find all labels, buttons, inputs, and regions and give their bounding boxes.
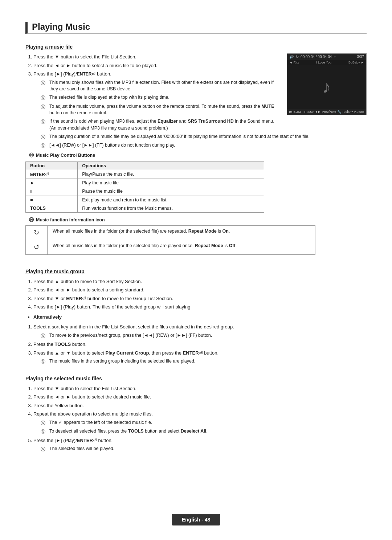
section1-title: Playing a music file: [25, 44, 367, 50]
table-row: ► Play the music file: [26, 179, 264, 187]
note3-text: To adjust the music volume, press the vo…: [49, 103, 280, 117]
ctrl-table-header-icon: Ⓝ: [29, 152, 34, 159]
ctrl-btn-pause: Ⅱ: [26, 187, 78, 196]
info-icon-repeat-on: ↻: [26, 225, 48, 240]
music-note-icon: ♪: [322, 77, 331, 97]
ctrl-col-operations: Operations: [78, 161, 264, 170]
ss-topbar-right: 3/37: [357, 55, 364, 59]
table-row: ENTER⏎ Play/Pause the music file.: [26, 170, 264, 179]
step3-note1-text: The ✓ appears to the left of the selecte…: [49, 419, 367, 426]
ctrl-btn-play: ►: [26, 179, 78, 187]
step3-5: Press the [►] (Play)/ENTER⏎ button. Ⓝ Th…: [33, 437, 367, 453]
table-row: ■ Exit play mode and return to the music…: [26, 196, 264, 204]
info-table-header: Ⓝ Music function information icon: [29, 217, 367, 223]
note6-text: [◄◄] (REW) or [►►] (FF) buttons do not f…: [49, 142, 367, 149]
step3-4: Repeat the above operation to select mul…: [33, 410, 367, 435]
note5-text: The playing duration of a music file may…: [49, 133, 367, 140]
section2-steps: Press the ▲ button to move to the Sort k…: [33, 278, 367, 311]
note4-text: If the sound is odd when playing MP3 fil…: [49, 118, 280, 132]
step2-4: Press the [►] (Play) button. The files o…: [33, 303, 367, 311]
step2-1: Press the ▲ button to move to the Sort k…: [33, 278, 367, 285]
step3-note-icon-2: Ⓝ: [41, 428, 47, 435]
ss-nav-right: BoBaby ►: [348, 61, 364, 64]
alt-note-icon-1: Ⓝ: [41, 332, 47, 340]
alternatively-label: Alternatively: [33, 314, 367, 321]
step3-2: Press the ◄ or ► button to select the de…: [33, 393, 367, 401]
step3-note3-text: The selected files will be played.: [49, 445, 367, 452]
alt-note1-text: To move to the previous/next group, pres…: [49, 332, 367, 339]
table-row: TOOLS Run various functions from the Mus…: [26, 204, 264, 212]
ss-topbar-left: 🔊 ↻ 00:00:04 / 00:04:04 +: [289, 55, 336, 59]
step3-note-icon-1: Ⓝ: [41, 420, 47, 427]
info-text-repeat-on: When all music files in the folder (or t…: [48, 225, 315, 240]
ctrl-op-play: Play the music file: [78, 179, 264, 187]
ctrl-btn-stop: ■: [26, 196, 78, 204]
step3-3: Press the Yellow button.: [33, 402, 367, 409]
ss-nav-center: I Love You: [316, 61, 331, 64]
note-icon-4: Ⓝ: [41, 118, 47, 126]
table-row: ↻ When all music files in the folder (or…: [26, 225, 315, 240]
alt-note-icon-2: Ⓝ: [41, 358, 47, 365]
table-row: ↺ When all music files in the folder (or…: [26, 240, 315, 254]
ctrl-btn-enter: ENTER⏎: [26, 170, 78, 179]
ctrl-table: Button Operations ENTER⏎ Play/Pause the …: [25, 161, 264, 213]
note-icon-5: Ⓝ: [41, 134, 47, 141]
section-playing-selected-files: Playing the selected music files Press t…: [25, 376, 367, 453]
info-table-header-icon: Ⓝ: [29, 217, 34, 223]
alt-note2-text: The music files in the sorting group inc…: [49, 358, 367, 365]
section2-title: Playing the music group: [25, 269, 367, 274]
ctrl-op-pause: Pause the music file: [78, 187, 264, 196]
info-text-repeat-off: When all music files in the folder (or t…: [48, 240, 315, 254]
ctrl-col-button: Button: [26, 161, 78, 170]
step3-note2-text: To deselect all selected files, press th…: [49, 428, 367, 435]
ctrl-op-stop: Exit play mode and return to the music l…: [78, 196, 264, 204]
note1-text: This menu only shows files with the MP3 …: [49, 79, 280, 93]
ctrl-btn-tools: TOOLS: [26, 204, 78, 212]
alt-step1: Select a sort key and then in the File L…: [33, 323, 367, 339]
info-icon-repeat-off: ↺: [26, 240, 48, 254]
step3-1: Press the ▼ button to select the File Li…: [33, 385, 367, 392]
ss-nav-left: ◄ Ritz: [289, 61, 299, 64]
alt-steps: Select a sort key and then in the File L…: [33, 323, 367, 365]
music-player-screenshot: 🔊 ↻ 00:00:04 / 00:04:04 + 3/37 ◄ Ritz I …: [287, 53, 367, 115]
note-icon-2: Ⓝ: [41, 94, 47, 102]
section-playing-music-group: Playing the music group Press the ▲ butt…: [25, 269, 367, 365]
alternatively-list: Alternatively: [33, 314, 367, 321]
ctrl-op-enter: Play/Pause the music file.: [78, 170, 264, 179]
step2-2: Press the ◄ or ► button to select a sort…: [33, 286, 367, 294]
alt-step3: Press the ▲ or ▼ button to select Play C…: [33, 349, 367, 365]
ctrl-table-header: Ⓝ Music Play Control Buttons: [29, 152, 367, 159]
step3-note-icon-3: Ⓝ: [41, 446, 47, 453]
ss-bottombar: ⏮ BUM II Pause ◄► Prev/Next 🔧 Tools ↩ Re…: [287, 109, 366, 115]
page-footer: English - 48: [0, 514, 392, 525]
table-row: Ⅱ Pause the music file: [26, 187, 264, 196]
page-title: Playing Music: [25, 22, 367, 34]
ctrl-op-tools: Run various functions from the Music men…: [78, 204, 264, 212]
note-icon-1: Ⓝ: [41, 79, 47, 87]
footer-badge: English - 48: [172, 514, 221, 525]
section-playing-music-file: Playing a music file 🔊 ↻ 00:00:04 / 00:0…: [25, 44, 367, 258]
section3-title: Playing the selected music files: [25, 376, 367, 381]
alt-step2: Press the TOOLS button.: [33, 341, 367, 348]
note2-text: The selected file is displayed at the to…: [49, 94, 280, 101]
note-icon-3: Ⓝ: [41, 103, 47, 111]
info-table: ↻ When all music files in the folder (or…: [25, 225, 315, 255]
note-icon-6: Ⓝ: [41, 142, 47, 150]
step2-3: Press the ▼ or ENTER⏎ button to move to …: [33, 295, 367, 302]
ss-album-art: ♪: [287, 65, 366, 109]
section3-steps: Press the ▼ button to select the File Li…: [33, 385, 367, 453]
